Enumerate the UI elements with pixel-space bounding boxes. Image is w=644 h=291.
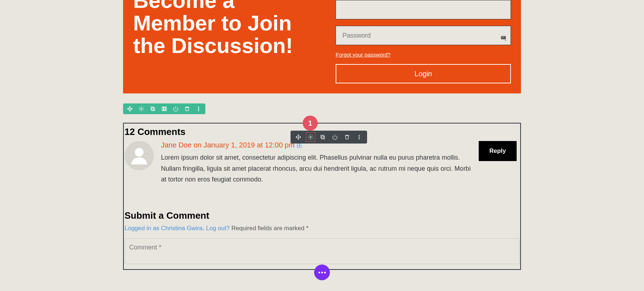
logout-link[interactable]: Log out? — [206, 225, 230, 232]
password-field[interactable] — [336, 26, 511, 45]
power-icon[interactable] — [331, 134, 338, 141]
comment-row: Jane Doe on January 1, 2019 at 12:00 pm … — [124, 141, 520, 185]
password-manager-icon[interactable]: 1 — [500, 35, 507, 43]
submit-comment-title: Submit a Comment — [125, 210, 520, 221]
svg-point-4 — [141, 108, 142, 110]
more-icon[interactable] — [356, 134, 363, 141]
login-button[interactable]: Login — [336, 64, 511, 83]
columns-icon[interactable] — [161, 106, 167, 112]
comment-text: Lorem ipsum dolor sit amet, consectetur … — [161, 152, 472, 185]
logged-in-link[interactable]: Logged in as Christina Gwira — [125, 225, 203, 232]
membership-banner: Become a Member to Join the Discussion! … — [123, 0, 521, 93]
svg-rect-6 — [151, 107, 154, 110]
svg-rect-15 — [321, 135, 324, 138]
move-icon[interactable] — [127, 106, 133, 112]
trash-icon[interactable] — [343, 134, 351, 141]
gear-icon[interactable] — [138, 106, 145, 112]
reply-button[interactable]: Reply — [479, 141, 517, 161]
banner-title: Become a Member to Join the Discussion! — [133, 0, 314, 57]
username-field[interactable] — [336, 0, 511, 19]
element-toolbar — [291, 131, 367, 144]
svg-rect-2 — [503, 37, 504, 38]
svg-text:1: 1 — [505, 39, 506, 41]
gear-icon[interactable] — [307, 134, 314, 141]
avatar — [125, 141, 154, 170]
svg-point-18 — [359, 139, 360, 139]
forgot-password-link[interactable]: Forgot your password? — [336, 52, 390, 58]
step-badge: 1 — [303, 116, 318, 131]
svg-point-11 — [198, 108, 199, 109]
comment-date: on January 1, 2019 at 12:00 pm — [192, 141, 297, 149]
svg-rect-5 — [152, 108, 155, 111]
comment-author: Jane Doe — [161, 141, 192, 149]
module-toolbar — [123, 103, 205, 114]
more-icon[interactable] — [195, 106, 202, 112]
power-icon[interactable] — [172, 106, 179, 112]
svg-point-17 — [359, 137, 360, 137]
move-icon[interactable] — [295, 134, 302, 141]
svg-point-19 — [135, 148, 143, 156]
trash-icon[interactable] — [184, 106, 190, 112]
submit-note: Logged in as Christina Gwira. Log out? R… — [125, 225, 520, 232]
svg-point-12 — [198, 110, 199, 111]
clone-icon[interactable] — [150, 106, 156, 112]
comments-module: 1 12 Comments Jane Doe on January 1, 201… — [123, 123, 521, 270]
comment-textarea[interactable] — [125, 238, 519, 264]
svg-rect-14 — [322, 136, 325, 139]
clone-icon[interactable] — [319, 134, 326, 141]
fab-more-button[interactable] — [314, 265, 330, 280]
svg-point-16 — [359, 135, 360, 136]
svg-rect-9 — [165, 107, 166, 111]
svg-rect-7 — [162, 107, 163, 111]
svg-point-13 — [310, 136, 311, 138]
svg-rect-8 — [164, 107, 165, 111]
svg-point-10 — [198, 107, 199, 107]
svg-rect-1 — [502, 37, 503, 38]
required-note: Required fields are marked * — [230, 225, 308, 232]
